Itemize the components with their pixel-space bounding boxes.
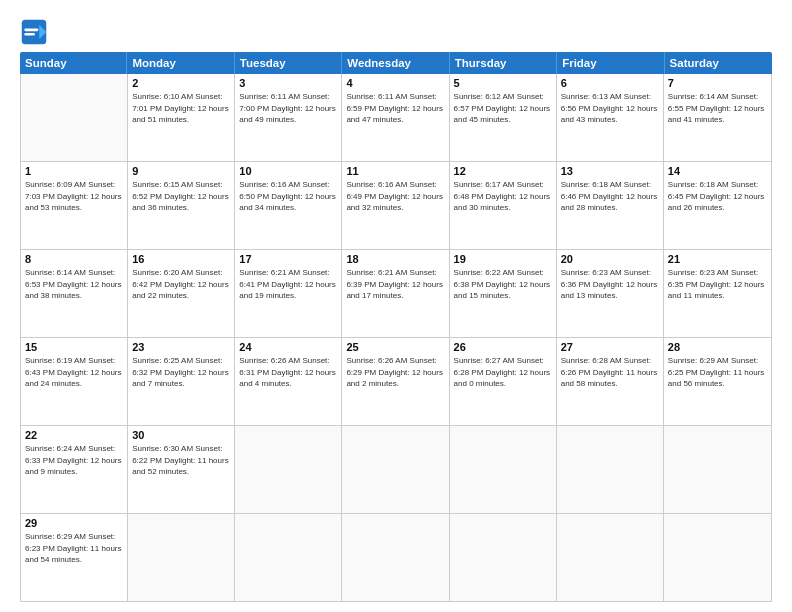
day-info: Sunrise: 6:17 AM Sunset: 6:48 PM Dayligh… xyxy=(454,179,552,214)
calendar-row: 1Sunrise: 6:09 AM Sunset: 7:03 PM Daylig… xyxy=(21,162,771,250)
day-number: 17 xyxy=(239,253,337,265)
day-cell-3: 3Sunrise: 6:11 AM Sunset: 7:00 PM Daylig… xyxy=(235,74,342,161)
day-cell-21: 21Sunrise: 6:23 AM Sunset: 6:35 PM Dayli… xyxy=(664,250,771,337)
day-header-saturday: Saturday xyxy=(665,52,772,74)
day-info: Sunrise: 6:26 AM Sunset: 6:31 PM Dayligh… xyxy=(239,355,337,390)
day-info: Sunrise: 6:29 AM Sunset: 6:25 PM Dayligh… xyxy=(668,355,767,390)
day-cell-20: 20Sunrise: 6:23 AM Sunset: 6:36 PM Dayli… xyxy=(557,250,664,337)
day-cell-27: 27Sunrise: 6:28 AM Sunset: 6:26 PM Dayli… xyxy=(557,338,664,425)
day-cell-4: 4Sunrise: 6:11 AM Sunset: 6:59 PM Daylig… xyxy=(342,74,449,161)
day-info: Sunrise: 6:23 AM Sunset: 6:35 PM Dayligh… xyxy=(668,267,767,302)
calendar-row: 22Sunrise: 6:24 AM Sunset: 6:33 PM Dayli… xyxy=(21,426,771,514)
empty-cell xyxy=(342,426,449,513)
day-cell-29: 29Sunrise: 6:29 AM Sunset: 6:23 PM Dayli… xyxy=(21,514,128,601)
day-cell-1: 1Sunrise: 6:09 AM Sunset: 7:03 PM Daylig… xyxy=(21,162,128,249)
empty-cell xyxy=(21,74,128,161)
day-number: 7 xyxy=(668,77,767,89)
page-header xyxy=(20,18,772,46)
day-info: Sunrise: 6:12 AM Sunset: 6:57 PM Dayligh… xyxy=(454,91,552,126)
day-header-monday: Monday xyxy=(127,52,234,74)
day-number: 6 xyxy=(561,77,659,89)
day-header-friday: Friday xyxy=(557,52,664,74)
day-cell-16: 16Sunrise: 6:20 AM Sunset: 6:42 PM Dayli… xyxy=(128,250,235,337)
calendar-row: 29Sunrise: 6:29 AM Sunset: 6:23 PM Dayli… xyxy=(21,514,771,601)
empty-cell xyxy=(128,514,235,601)
day-cell-9: 9Sunrise: 6:15 AM Sunset: 6:52 PM Daylig… xyxy=(128,162,235,249)
day-number: 5 xyxy=(454,77,552,89)
day-number: 9 xyxy=(132,165,230,177)
day-info: Sunrise: 6:27 AM Sunset: 6:28 PM Dayligh… xyxy=(454,355,552,390)
day-info: Sunrise: 6:10 AM Sunset: 7:01 PM Dayligh… xyxy=(132,91,230,126)
day-cell-5: 5Sunrise: 6:12 AM Sunset: 6:57 PM Daylig… xyxy=(450,74,557,161)
day-cell-2: 2Sunrise: 6:10 AM Sunset: 7:01 PM Daylig… xyxy=(128,74,235,161)
day-cell-24: 24Sunrise: 6:26 AM Sunset: 6:31 PM Dayli… xyxy=(235,338,342,425)
day-info: Sunrise: 6:15 AM Sunset: 6:52 PM Dayligh… xyxy=(132,179,230,214)
day-number: 28 xyxy=(668,341,767,353)
day-number: 16 xyxy=(132,253,230,265)
day-cell-30: 30Sunrise: 6:30 AM Sunset: 6:22 PM Dayli… xyxy=(128,426,235,513)
day-number: 1 xyxy=(25,165,123,177)
day-cell-6: 6Sunrise: 6:13 AM Sunset: 6:56 PM Daylig… xyxy=(557,74,664,161)
day-cell-23: 23Sunrise: 6:25 AM Sunset: 6:32 PM Dayli… xyxy=(128,338,235,425)
calendar-row: 15Sunrise: 6:19 AM Sunset: 6:43 PM Dayli… xyxy=(21,338,771,426)
day-header-tuesday: Tuesday xyxy=(235,52,342,74)
day-info: Sunrise: 6:28 AM Sunset: 6:26 PM Dayligh… xyxy=(561,355,659,390)
day-info: Sunrise: 6:14 AM Sunset: 6:53 PM Dayligh… xyxy=(25,267,123,302)
day-number: 30 xyxy=(132,429,230,441)
empty-cell xyxy=(235,514,342,601)
day-number: 11 xyxy=(346,165,444,177)
day-number: 25 xyxy=(346,341,444,353)
day-header-thursday: Thursday xyxy=(450,52,557,74)
calendar-body: 2Sunrise: 6:10 AM Sunset: 7:01 PM Daylig… xyxy=(20,74,772,602)
day-cell-8: 8Sunrise: 6:14 AM Sunset: 6:53 PM Daylig… xyxy=(21,250,128,337)
day-cell-13: 13Sunrise: 6:18 AM Sunset: 6:46 PM Dayli… xyxy=(557,162,664,249)
day-info: Sunrise: 6:09 AM Sunset: 7:03 PM Dayligh… xyxy=(25,179,123,214)
day-header-wednesday: Wednesday xyxy=(342,52,449,74)
day-number: 10 xyxy=(239,165,337,177)
day-info: Sunrise: 6:21 AM Sunset: 6:39 PM Dayligh… xyxy=(346,267,444,302)
day-info: Sunrise: 6:16 AM Sunset: 6:49 PM Dayligh… xyxy=(346,179,444,214)
empty-cell xyxy=(664,426,771,513)
empty-cell xyxy=(664,514,771,601)
calendar-row: 2Sunrise: 6:10 AM Sunset: 7:01 PM Daylig… xyxy=(21,74,771,162)
day-number: 29 xyxy=(25,517,123,529)
calendar-header: SundayMondayTuesdayWednesdayThursdayFrid… xyxy=(20,52,772,74)
day-info: Sunrise: 6:11 AM Sunset: 6:59 PM Dayligh… xyxy=(346,91,444,126)
calendar: SundayMondayTuesdayWednesdayThursdayFrid… xyxy=(20,52,772,602)
day-cell-28: 28Sunrise: 6:29 AM Sunset: 6:25 PM Dayli… xyxy=(664,338,771,425)
svg-rect-2 xyxy=(24,29,38,32)
day-info: Sunrise: 6:20 AM Sunset: 6:42 PM Dayligh… xyxy=(132,267,230,302)
day-cell-18: 18Sunrise: 6:21 AM Sunset: 6:39 PM Dayli… xyxy=(342,250,449,337)
day-number: 15 xyxy=(25,341,123,353)
day-cell-17: 17Sunrise: 6:21 AM Sunset: 6:41 PM Dayli… xyxy=(235,250,342,337)
day-cell-22: 22Sunrise: 6:24 AM Sunset: 6:33 PM Dayli… xyxy=(21,426,128,513)
day-cell-14: 14Sunrise: 6:18 AM Sunset: 6:45 PM Dayli… xyxy=(664,162,771,249)
empty-cell xyxy=(450,514,557,601)
day-number: 19 xyxy=(454,253,552,265)
day-info: Sunrise: 6:21 AM Sunset: 6:41 PM Dayligh… xyxy=(239,267,337,302)
day-cell-26: 26Sunrise: 6:27 AM Sunset: 6:28 PM Dayli… xyxy=(450,338,557,425)
day-cell-7: 7Sunrise: 6:14 AM Sunset: 6:55 PM Daylig… xyxy=(664,74,771,161)
day-info: Sunrise: 6:11 AM Sunset: 7:00 PM Dayligh… xyxy=(239,91,337,126)
day-cell-15: 15Sunrise: 6:19 AM Sunset: 6:43 PM Dayli… xyxy=(21,338,128,425)
calendar-row: 8Sunrise: 6:14 AM Sunset: 6:53 PM Daylig… xyxy=(21,250,771,338)
day-number: 18 xyxy=(346,253,444,265)
empty-cell xyxy=(557,514,664,601)
day-info: Sunrise: 6:16 AM Sunset: 6:50 PM Dayligh… xyxy=(239,179,337,214)
day-number: 22 xyxy=(25,429,123,441)
empty-cell xyxy=(235,426,342,513)
day-number: 20 xyxy=(561,253,659,265)
day-number: 14 xyxy=(668,165,767,177)
empty-cell xyxy=(450,426,557,513)
day-number: 8 xyxy=(25,253,123,265)
day-number: 12 xyxy=(454,165,552,177)
empty-cell xyxy=(342,514,449,601)
day-number: 24 xyxy=(239,341,337,353)
day-info: Sunrise: 6:24 AM Sunset: 6:33 PM Dayligh… xyxy=(25,443,123,478)
day-cell-12: 12Sunrise: 6:17 AM Sunset: 6:48 PM Dayli… xyxy=(450,162,557,249)
day-number: 26 xyxy=(454,341,552,353)
day-cell-10: 10Sunrise: 6:16 AM Sunset: 6:50 PM Dayli… xyxy=(235,162,342,249)
empty-cell xyxy=(557,426,664,513)
day-number: 2 xyxy=(132,77,230,89)
day-number: 21 xyxy=(668,253,767,265)
